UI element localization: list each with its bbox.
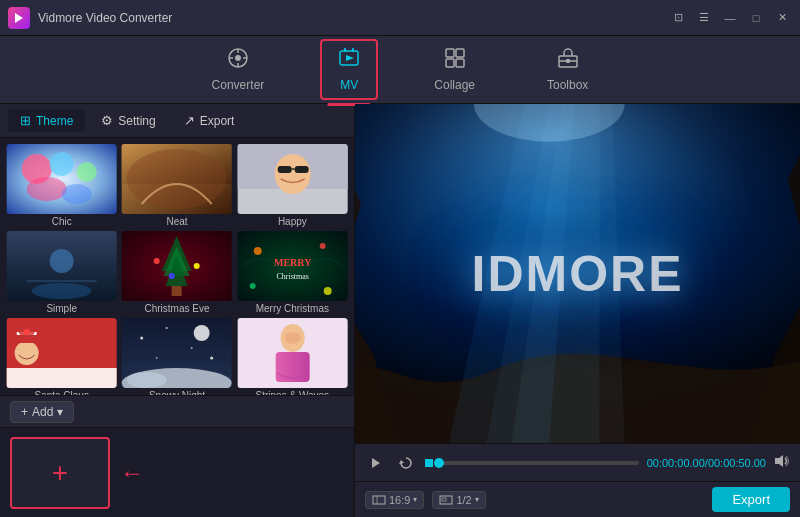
- preview-watermark: IDMORE: [472, 245, 684, 303]
- volume-button[interactable]: [774, 454, 790, 471]
- play-button[interactable]: [365, 452, 387, 474]
- add-label: Add: [32, 405, 53, 419]
- svg-point-54: [15, 341, 39, 365]
- theme-item-santa-claus[interactable]: Santa Claus: [6, 318, 117, 395]
- svg-point-20: [50, 152, 74, 176]
- aspect-dropdown-icon: ▾: [413, 495, 417, 504]
- svg-point-64: [166, 327, 168, 329]
- svg-point-50: [249, 283, 255, 289]
- subtab-export[interactable]: ↗ Export: [172, 109, 247, 132]
- theme-item-stripes-waves[interactable]: Stripes & Waves: [237, 318, 348, 395]
- svg-point-2: [235, 55, 241, 61]
- export-button[interactable]: Export: [712, 487, 790, 512]
- svg-rect-8: [344, 48, 346, 52]
- progress-handle[interactable]: [434, 458, 444, 468]
- theme-label-chic: Chic: [52, 216, 72, 227]
- resolution-label: 1/2: [456, 494, 471, 506]
- maximize-btn[interactable]: □: [746, 8, 766, 28]
- theme-item-chic[interactable]: Chic: [6, 144, 117, 227]
- svg-point-67: [156, 357, 158, 359]
- svg-rect-14: [456, 59, 464, 67]
- clip-arrow-icon: ←: [120, 459, 144, 487]
- aspect-ratio-button[interactable]: 16:9 ▾: [365, 491, 424, 509]
- preview-area: IDMORE: [355, 104, 800, 443]
- progress-bar[interactable]: [439, 461, 639, 465]
- theme-item-neat[interactable]: Neat: [121, 144, 232, 227]
- tab-converter[interactable]: Converter: [196, 41, 281, 98]
- svg-rect-53: [7, 368, 117, 388]
- mv-label: MV: [340, 78, 358, 92]
- converter-icon: [227, 47, 249, 74]
- theme-thumb-merry-christmas: MERRY Christmas: [237, 231, 348, 301]
- right-panel: IDMORE 00:00:: [355, 104, 800, 517]
- window-controls: ⊡ ☰ — □ ✕: [668, 8, 792, 28]
- resolution-button[interactable]: 1/2 ▾: [432, 491, 485, 509]
- theme-item-snowy-night[interactable]: Snowy Night: [121, 318, 232, 395]
- svg-point-49: [319, 243, 325, 249]
- svg-rect-11: [446, 49, 454, 57]
- clip-plus-icon: +: [52, 457, 68, 489]
- theme-thumb-snowy-night: [121, 318, 232, 388]
- converter-label: Converter: [212, 78, 265, 92]
- theme-item-merry-christmas[interactable]: MERRY Christmas Merry Christmas: [237, 231, 348, 314]
- svg-point-43: [194, 263, 200, 269]
- svg-point-63: [140, 337, 143, 340]
- svg-point-26: [127, 149, 227, 209]
- chat-btn[interactable]: ⊡: [668, 8, 688, 28]
- add-button[interactable]: + Add ▾: [10, 401, 74, 423]
- theme-thumb-chic: [6, 144, 117, 214]
- theme-item-happy[interactable]: Happy: [237, 144, 348, 227]
- theme-thumb-christmas-eve: [121, 231, 232, 301]
- time-current: 00:00:00.00: [647, 457, 705, 469]
- titlebar: Vidmore Video Converter ⊡ ☰ — □ ✕: [0, 0, 800, 36]
- svg-point-71: [284, 332, 300, 344]
- svg-point-51: [323, 287, 331, 295]
- theme-thumb-santa-claus: [6, 318, 117, 388]
- svg-point-60: [194, 325, 210, 341]
- mv-icon: [338, 47, 360, 74]
- tab-toolbox[interactable]: Toolbox: [531, 41, 604, 98]
- svg-point-65: [191, 347, 193, 349]
- theme-thumb-happy: [237, 144, 348, 214]
- svg-rect-41: [172, 286, 182, 296]
- close-btn[interactable]: ✕: [772, 8, 792, 28]
- tab-collage[interactable]: Collage: [418, 41, 491, 98]
- toolbox-icon: [557, 47, 579, 74]
- dropdown-arrow-icon: ▾: [57, 405, 63, 419]
- tab-mv[interactable]: MV: [320, 39, 378, 100]
- svg-point-35: [32, 283, 92, 299]
- svg-point-48: [253, 247, 261, 255]
- svg-rect-31: [294, 166, 308, 173]
- menu-btn[interactable]: ☰: [694, 8, 714, 28]
- svg-point-42: [154, 258, 160, 264]
- sub-tabs: ⊞ Theme ⚙ Setting ↗ Export: [0, 104, 354, 138]
- rotate-button[interactable]: [395, 452, 417, 474]
- svg-point-22: [27, 177, 67, 201]
- left-panel: ⊞ Theme ⚙ Setting ↗ Export: [0, 104, 355, 517]
- subtab-setting[interactable]: ⚙ Setting: [89, 109, 167, 132]
- svg-rect-81: [442, 498, 446, 501]
- setting-gear-icon: ⚙: [101, 113, 113, 128]
- minimize-btn[interactable]: —: [720, 8, 740, 28]
- svg-point-23: [62, 184, 92, 204]
- aspect-ratio-label: 16:9: [389, 494, 410, 506]
- subtab-theme[interactable]: ⊞ Theme: [8, 109, 85, 132]
- app-title: Vidmore Video Converter: [38, 11, 668, 25]
- preview-background: IDMORE: [355, 104, 800, 443]
- theme-item-christmas-eve[interactable]: Christmas Eve: [121, 231, 232, 314]
- svg-point-62: [127, 372, 167, 388]
- theme-grid-icon: ⊞: [20, 113, 31, 128]
- theme-label-happy: Happy: [278, 216, 307, 227]
- svg-rect-9: [352, 48, 354, 52]
- svg-point-44: [169, 273, 175, 279]
- theme-item-simple[interactable]: Simple: [6, 231, 117, 314]
- svg-rect-12: [456, 49, 464, 57]
- time-total: 00:00:50.00: [708, 457, 766, 469]
- svg-marker-10: [346, 55, 354, 61]
- svg-marker-77: [775, 455, 783, 467]
- add-clip-button[interactable]: +: [10, 437, 110, 509]
- theme-grid: Chic: [0, 138, 354, 395]
- collage-icon: [444, 47, 466, 74]
- theme-thumb-stripes-waves: [237, 318, 348, 388]
- progress-dot: [425, 459, 433, 467]
